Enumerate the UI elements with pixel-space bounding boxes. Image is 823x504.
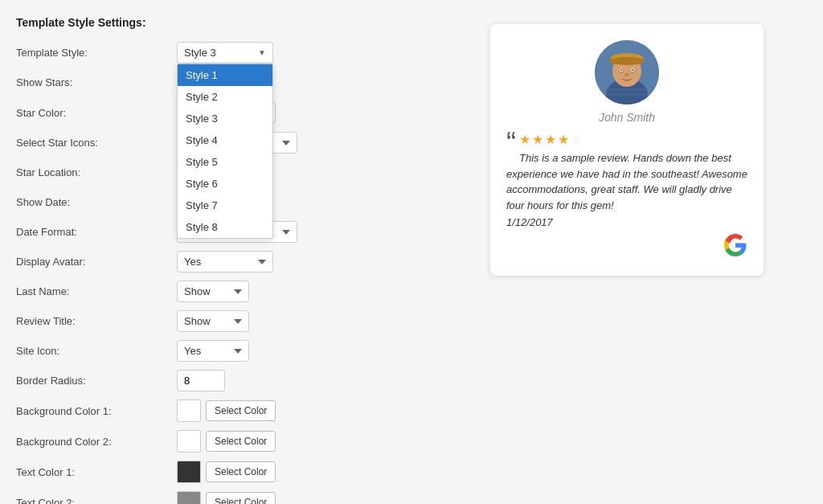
main-container: Template Style Settings: Template Style:…	[16, 16, 807, 504]
bg-color2-button[interactable]: Select Color	[206, 431, 276, 452]
settings-panel: Template Style Settings: Template Style:…	[16, 16, 466, 504]
review-title-row: Review Title: Show Hide	[16, 310, 466, 332]
bg-color2-control: Select Color	[177, 430, 466, 453]
review-title-select[interactable]: Show Hide	[177, 310, 249, 332]
style-option-6[interactable]: Style 6	[178, 173, 272, 195]
svg-point-13	[632, 69, 633, 71]
text-color2-button[interactable]: Select Color	[206, 492, 276, 504]
site-icon-control: Yes No	[177, 340, 466, 362]
review-date: 1/12/2017	[506, 216, 747, 228]
svg-point-7	[609, 57, 645, 65]
show-date-label: Show Date:	[16, 196, 177, 208]
star-5: ☆	[571, 132, 582, 147]
bg-color1-control: Select Color	[177, 400, 466, 422]
border-radius-input[interactable]	[177, 370, 225, 391]
bg-color2-picker: Select Color	[177, 430, 466, 453]
last-name-row: Last Name: Show Hide	[16, 281, 466, 302]
settings-table: Template Style: Style 3 ▼ Style 1 Style …	[16, 42, 466, 504]
bg-color1-button[interactable]: Select Color	[206, 400, 276, 421]
star-1: ★	[519, 132, 530, 147]
review-text: This is a sample review. Hands down the …	[506, 150, 747, 213]
template-style-label: Template Style:	[16, 47, 177, 59]
star-location-label: Star Location:	[16, 166, 177, 178]
avatar-image	[595, 40, 659, 104]
text-color2-picker: Select Color	[177, 491, 466, 504]
svg-point-14	[624, 73, 629, 76]
text-color2-control: Select Color	[177, 491, 466, 504]
border-radius-control	[177, 370, 466, 391]
display-avatar-control: Yes No	[177, 251, 466, 272]
select-star-icons-label: Select Star Icons:	[16, 137, 177, 149]
svg-point-12	[620, 69, 622, 71]
style-option-8[interactable]: Style 8	[178, 216, 272, 238]
site-icon-select[interactable]: Yes No	[177, 340, 249, 362]
google-icon	[723, 233, 747, 257]
template-style-dropdown[interactable]: Style 3 ▼ Style 1 Style 2 Style 3 Style …	[177, 42, 273, 64]
text-color2-swatch	[177, 491, 201, 504]
star-color-label: Star Color:	[16, 107, 177, 119]
review-card: John Smith “ ★ ★ ★ ★ ☆ This is a sample …	[490, 24, 764, 276]
date-format-label: Date Format:	[16, 226, 177, 238]
bg-color1-row: Background Color 1: Select Color	[16, 400, 466, 422]
quote-icon: “	[506, 129, 516, 158]
star-2: ★	[532, 132, 543, 147]
text-color1-control: Select Color	[177, 461, 466, 483]
template-style-value: Style 3	[184, 47, 216, 59]
text-color1-swatch	[177, 461, 201, 483]
text-color1-button[interactable]: Select Color	[206, 461, 276, 482]
review-title-control: Show Hide	[177, 310, 466, 332]
review-title-label: Review Title:	[16, 315, 177, 327]
style-option-5[interactable]: Style 5	[178, 151, 272, 173]
avatar-svg	[595, 40, 659, 104]
reviewer-name: John Smith	[599, 111, 655, 124]
preview-panel: John Smith “ ★ ★ ★ ★ ☆ This is a sample …	[490, 16, 807, 504]
svg-rect-3	[606, 93, 648, 96]
text-color1-picker: Select Color	[177, 461, 466, 483]
template-style-menu[interactable]: Style 1 Style 2 Style 3 Style 4 Style 5 …	[177, 64, 273, 239]
style-option-2[interactable]: Style 2	[178, 86, 272, 108]
google-icon-container	[506, 233, 747, 260]
bg-color1-swatch	[177, 400, 201, 422]
bg-color2-swatch	[177, 430, 201, 453]
template-style-row: Template Style: Style 3 ▼ Style 1 Style …	[16, 42, 466, 64]
style-option-4[interactable]: Style 4	[178, 129, 272, 151]
bg-color1-picker: Select Color	[177, 400, 466, 422]
bg-color1-label: Background Color 1:	[16, 405, 177, 417]
display-avatar-row: Display Avatar: Yes No	[16, 251, 466, 272]
dropdown-arrow: ▼	[258, 48, 266, 57]
last-name-select[interactable]: Show Hide	[177, 281, 249, 302]
text-color2-label: Text Color 2:	[16, 497, 177, 505]
border-radius-row: Border Radius:	[16, 370, 466, 391]
show-stars-label: Show Stars:	[16, 76, 177, 88]
panel-title: Template Style Settings:	[16, 16, 466, 29]
site-icon-label: Site Icon:	[16, 345, 177, 357]
text-color1-label: Text Color 1:	[16, 466, 177, 478]
bg-color2-label: Background Color 2:	[16, 436, 177, 448]
display-avatar-label: Display Avatar:	[16, 256, 177, 268]
reviewer-avatar: John Smith	[506, 40, 747, 124]
star-4: ★	[558, 132, 569, 147]
border-radius-label: Border Radius:	[16, 375, 177, 387]
stars-and-text: ★ ★ ★ ★ ☆ This is a sample review. Hands…	[506, 132, 747, 228]
site-icon-row: Site Icon: Yes No	[16, 340, 466, 362]
text-color1-row: Text Color 1: Select Color	[16, 461, 466, 483]
style-option-1[interactable]: Style 1	[178, 64, 272, 86]
template-style-trigger[interactable]: Style 3 ▼	[177, 42, 273, 64]
style-option-3[interactable]: Style 3	[178, 108, 272, 129]
review-body: “ ★ ★ ★ ★ ☆ This is a sample review. Han…	[506, 132, 747, 228]
template-style-control: Style 3 ▼ Style 1 Style 2 Style 3 Style …	[177, 42, 466, 64]
star-3: ★	[545, 132, 556, 147]
last-name-control: Show Hide	[177, 281, 466, 302]
last-name-label: Last Name:	[16, 285, 177, 297]
text-color2-row: Text Color 2: Select Color	[16, 491, 466, 504]
display-avatar-select[interactable]: Yes No	[177, 251, 273, 272]
bg-color2-row: Background Color 2: Select Color	[16, 430, 466, 453]
style-option-7[interactable]: Style 7	[178, 195, 272, 216]
stars-row: ★ ★ ★ ★ ☆	[519, 132, 582, 147]
svg-rect-2	[606, 88, 648, 91]
